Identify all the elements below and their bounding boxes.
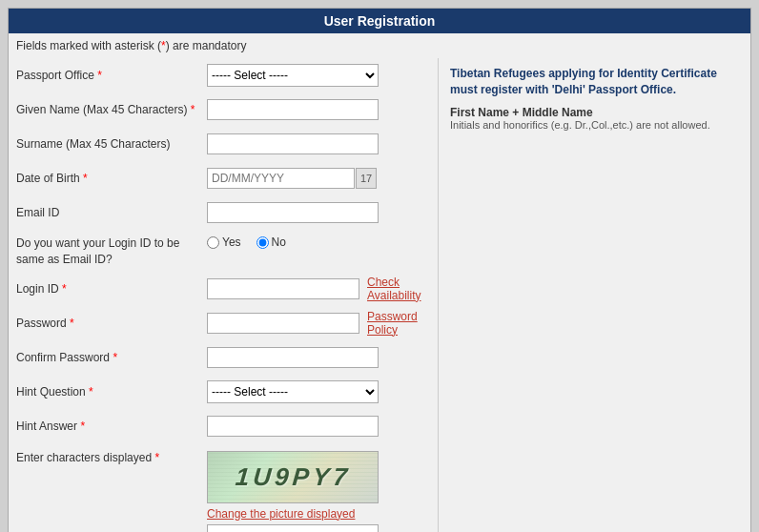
yes-radio[interactable]	[207, 236, 219, 249]
hint-question-input: ----- Select -----	[207, 380, 430, 403]
login-same-label: Do you want your Login ID to be same as …	[16, 235, 207, 268]
radio-group: Yes No	[207, 235, 430, 249]
info-title: Tibetan Refugees applying for Identity C…	[450, 66, 739, 98]
confirm-password-label: Confirm Password *	[16, 351, 207, 364]
passport-office-row: Passport Office * ----- Select -----	[16, 62, 430, 89]
left-panel: Passport Office * ----- Select ----- Giv…	[9, 58, 438, 532]
info-subtitle: First Name + Middle Name	[450, 106, 739, 119]
surname-row: Surname (Max 45 Characters)	[16, 131, 430, 157]
login-id-input[interactable]	[207, 278, 359, 299]
password-input-wrapper: Password Policy	[207, 310, 437, 337]
password-row: Password * Password Policy	[16, 310, 430, 337]
surname-input-wrapper	[207, 133, 430, 154]
login-same-radio-wrapper: Yes No	[207, 235, 430, 249]
given-name-input[interactable]	[207, 99, 379, 120]
form-container: User Registration Fields marked with ast…	[8, 8, 751, 532]
dob-input-wrapper: 17	[207, 168, 430, 189]
check-availability-link[interactable]: Check Availability	[367, 276, 440, 302]
given-name-row: Given Name (Max 45 Characters) *	[16, 96, 430, 123]
no-radio[interactable]	[256, 236, 269, 249]
form-body: Passport Office * ----- Select ----- Giv…	[9, 58, 750, 532]
login-id-row: Login ID * Check Availability	[16, 276, 430, 302]
hint-question-select-wrapper: ----- Select -----	[207, 380, 430, 403]
login-id-input-wrapper: Check Availability	[207, 276, 440, 302]
captcha-image: 1U9PY7	[207, 451, 379, 503]
hint-question-label: Hint Question *	[16, 385, 207, 399]
passport-office-select[interactable]: ----- Select -----	[207, 64, 379, 87]
hint-answer-input-wrapper	[207, 416, 430, 437]
login-id-label: Login ID *	[16, 282, 207, 296]
passport-office-input: ----- Select -----	[207, 64, 430, 87]
captcha-label: Enter characters displayed *	[16, 451, 207, 464]
password-input[interactable]	[207, 313, 359, 334]
surname-label: Surname (Max 45 Characters)	[16, 137, 207, 151]
passport-office-req: *	[97, 69, 102, 82]
hint-question-select[interactable]: ----- Select -----	[207, 380, 379, 403]
date-wrapper: 17	[207, 168, 430, 189]
given-name-label: Given Name (Max 45 Characters) *	[16, 103, 207, 116]
captcha-input[interactable]	[207, 524, 379, 532]
info-text: Initials and honorifics (e.g. Dr.,Col.,e…	[450, 119, 739, 131]
email-input[interactable]	[207, 202, 379, 223]
email-row: Email ID	[16, 199, 430, 226]
page-wrapper: User Registration Fields marked with ast…	[0, 0, 759, 532]
hint-answer-row: Hint Answer *	[16, 413, 430, 440]
email-label: Email ID	[16, 206, 207, 219]
passport-office-select-wrapper: ----- Select -----	[207, 64, 430, 87]
page-title: User Registration	[9, 9, 750, 33]
login-same-row: Do you want your Login ID to be same as …	[16, 234, 430, 268]
hint-answer-input[interactable]	[207, 416, 379, 437]
yes-radio-label[interactable]: Yes	[207, 235, 241, 249]
confirm-password-input[interactable]	[207, 347, 379, 368]
passport-office-label: Passport Office *	[16, 69, 207, 82]
hint-answer-label: Hint Answer *	[16, 419, 207, 433]
hint-question-row: Hint Question * ----- Select -----	[16, 379, 430, 405]
email-input-wrapper	[207, 202, 430, 223]
no-radio-label[interactable]: No	[256, 235, 286, 249]
captcha-container: 1U9PY7 Change the picture displayed	[207, 451, 430, 532]
captcha-text: 1U9PY7	[234, 462, 352, 492]
change-picture-link[interactable]: Change the picture displayed	[207, 507, 430, 521]
mandatory-note: Fields marked with asterisk (*) are mand…	[9, 33, 750, 58]
surname-input[interactable]	[207, 133, 379, 154]
confirm-password-input-wrapper	[207, 347, 430, 368]
dob-input[interactable]	[207, 168, 355, 189]
password-policy-link[interactable]: Password Policy	[367, 310, 437, 337]
calendar-icon[interactable]: 17	[356, 168, 377, 189]
given-name-input-wrapper	[207, 99, 430, 120]
asterisk: *	[161, 39, 166, 52]
password-label: Password *	[16, 317, 207, 330]
dob-row: Date of Birth * 17	[16, 165, 430, 192]
confirm-password-row: Confirm Password *	[16, 344, 430, 371]
captcha-row: Enter characters displayed * 1U9PY7 Chan…	[16, 447, 430, 532]
dob-label: Date of Birth *	[16, 172, 207, 185]
captcha-input-wrapper: 1U9PY7 Change the picture displayed	[207, 451, 430, 532]
right-panel: Tibetan Refugees applying for Identity C…	[438, 58, 750, 532]
